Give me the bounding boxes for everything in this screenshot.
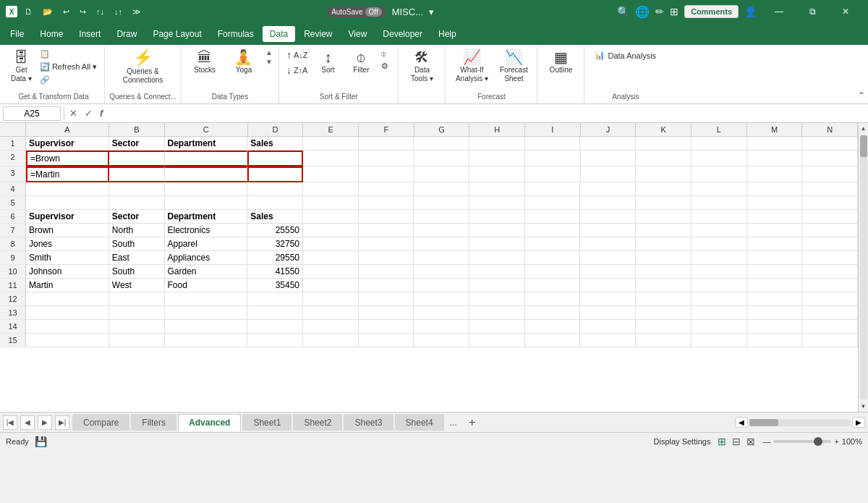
- sort-az-button[interactable]: ↑A↓Z: [284, 48, 311, 62]
- cell-I14[interactable]: [525, 320, 581, 334]
- cell-K15[interactable]: [636, 334, 692, 347]
- tab-sheet3[interactable]: Sheet3: [344, 414, 393, 431]
- outline-button[interactable]: ▦ Outline: [542, 48, 579, 77]
- autosave-toggle[interactable]: AutoSave Off: [327, 7, 386, 17]
- cell-F4[interactable]: [359, 182, 414, 196]
- cancel-formula-button[interactable]: ✕: [67, 107, 80, 119]
- cell-I9[interactable]: [525, 251, 581, 265]
- cell-H11[interactable]: [469, 279, 525, 292]
- cell-D15[interactable]: [247, 334, 303, 347]
- cell-C6[interactable]: Department: [165, 210, 248, 224]
- cell-N9[interactable]: [802, 251, 858, 265]
- cell-M10[interactable]: [747, 265, 803, 279]
- cell-F5[interactable]: [359, 196, 414, 210]
- cell-I5[interactable]: [525, 196, 581, 210]
- cell-J6[interactable]: [580, 210, 636, 224]
- cell-L9[interactable]: [692, 251, 747, 265]
- cell-C5[interactable]: [165, 196, 248, 210]
- cell-D5[interactable]: [247, 196, 303, 210]
- col-header-A[interactable]: A: [26, 123, 109, 136]
- cell-L10[interactable]: [692, 265, 747, 279]
- cell-B5[interactable]: [109, 196, 165, 210]
- cell-E8[interactable]: [303, 237, 359, 251]
- cell-M5[interactable]: [747, 196, 803, 210]
- cell-J14[interactable]: [580, 320, 636, 334]
- row-num-4[interactable]: 4: [0, 182, 26, 196]
- cell-C9[interactable]: Appliances: [165, 251, 248, 265]
- cell-K13[interactable]: [636, 306, 692, 320]
- cell-L13[interactable]: [692, 306, 747, 320]
- cell-C11[interactable]: Food: [165, 279, 248, 292]
- cell-I12[interactable]: [525, 292, 581, 306]
- cell-H12[interactable]: [469, 292, 525, 306]
- cell-reference-box[interactable]: [3, 106, 61, 121]
- row-num-8[interactable]: 8: [0, 237, 26, 251]
- cell-B4[interactable]: [109, 182, 165, 196]
- cell-E12[interactable]: [303, 292, 359, 306]
- data-tools-button[interactable]: 🛠 DataTools ▾: [403, 48, 441, 85]
- cell-A3[interactable]: =Martin: [26, 166, 109, 182]
- cell-G11[interactable]: [414, 279, 469, 292]
- cell-I1[interactable]: [525, 137, 581, 151]
- tab-sheet4[interactable]: Sheet4: [395, 414, 444, 431]
- cell-C3[interactable]: [165, 166, 248, 182]
- normal-view-icon[interactable]: ⊞: [716, 434, 728, 449]
- cell-J2[interactable]: [581, 151, 637, 166]
- tab-filters[interactable]: Filters: [131, 414, 176, 431]
- zoom-out-button[interactable]: —: [762, 437, 770, 446]
- h-scrollbar-thumb[interactable]: [749, 419, 778, 426]
- cell-H4[interactable]: [469, 182, 525, 196]
- cell-F2[interactable]: [359, 151, 414, 166]
- cell-K9[interactable]: [636, 251, 692, 265]
- col-header-M[interactable]: M: [747, 123, 803, 136]
- formula-input[interactable]: [108, 107, 865, 120]
- tab-sheet1[interactable]: Sheet1: [242, 414, 292, 431]
- cell-I4[interactable]: [525, 182, 581, 196]
- row-num-13[interactable]: 13: [0, 306, 26, 320]
- cell-B12[interactable]: [109, 292, 165, 306]
- cell-B10[interactable]: South: [109, 265, 165, 279]
- cell-K2[interactable]: [636, 151, 692, 166]
- cell-E13[interactable]: [303, 306, 359, 320]
- cell-I6[interactable]: [525, 210, 581, 224]
- filter-button[interactable]: ⌽ Filter: [345, 48, 377, 77]
- stocks-button[interactable]: 🏛 Stocks: [186, 48, 224, 77]
- yoga-button[interactable]: 🧘 Yoga: [225, 48, 263, 77]
- cell-L2[interactable]: [692, 151, 747, 166]
- cell-F8[interactable]: [359, 237, 414, 251]
- cell-F13[interactable]: [359, 306, 414, 320]
- cell-M1[interactable]: [747, 137, 803, 151]
- cell-E4[interactable]: [303, 182, 359, 196]
- cell-K10[interactable]: [636, 265, 692, 279]
- cell-B14[interactable]: [109, 320, 165, 334]
- cell-A8[interactable]: Jones: [26, 237, 109, 251]
- cell-D13[interactable]: [247, 306, 303, 320]
- collapse-ribbon-button[interactable]: ⌃: [858, 90, 865, 101]
- cell-A4[interactable]: [26, 182, 109, 196]
- cell-A12[interactable]: [26, 292, 109, 306]
- col-header-N[interactable]: N: [802, 123, 858, 136]
- cell-C15[interactable]: [165, 334, 248, 347]
- cell-N11[interactable]: [802, 279, 858, 292]
- what-if-button[interactable]: 📈 What-IfAnalysis ▾: [450, 48, 493, 85]
- col-header-B[interactable]: B: [109, 123, 165, 136]
- cell-A6[interactable]: Supervisor: [26, 210, 109, 224]
- cell-F12[interactable]: [359, 292, 414, 306]
- cell-N10[interactable]: [802, 265, 858, 279]
- cell-L1[interactable]: [692, 137, 747, 151]
- cell-H15[interactable]: [469, 334, 525, 347]
- cell-A15[interactable]: [26, 334, 109, 347]
- zoom-thumb[interactable]: [814, 437, 822, 446]
- cell-F9[interactable]: [359, 251, 414, 265]
- tab-nav-last[interactable]: ▶|: [55, 415, 69, 430]
- cell-G4[interactable]: [414, 182, 469, 196]
- cell-E14[interactable]: [303, 320, 359, 334]
- cell-N14[interactable]: [802, 320, 858, 334]
- cell-D14[interactable]: [247, 320, 303, 334]
- scrollbar-thumb[interactable]: [860, 135, 867, 157]
- sort-za-button[interactable]: ↓Z↑A: [284, 63, 311, 77]
- cell-D7[interactable]: 25550: [247, 224, 303, 237]
- cell-C12[interactable]: [165, 292, 248, 306]
- col-header-F[interactable]: F: [359, 123, 414, 136]
- row-num-5[interactable]: 5: [0, 196, 26, 210]
